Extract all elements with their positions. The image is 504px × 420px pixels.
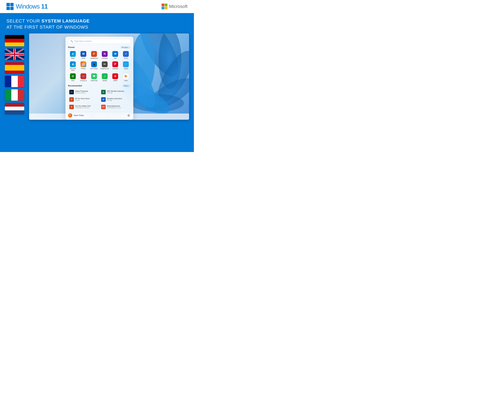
app-snipping[interactable]: ✂ Snipping Tool — [100, 61, 109, 72]
more-button[interactable]: More › — [122, 84, 131, 87]
among-icon: 👾 — [80, 73, 86, 79]
among-label: Among Us — [80, 80, 87, 81]
app-netflix[interactable]: N Netflix — [111, 73, 120, 82]
pinned-section-header: Pinned All apps › — [68, 46, 131, 49]
pinterest-icon: P — [112, 61, 118, 67]
word-label: Word — [82, 58, 85, 59]
flag-french[interactable] — [5, 76, 24, 87]
user-name: Taylor Philips — [73, 114, 84, 116]
headline-line1: SELECT YOUR SYSTEM LANGUAGE — [6, 18, 187, 24]
app-whatsapp[interactable]: 💬 WhatsApp — [89, 73, 99, 82]
app-onenote[interactable]: N OneNote — [100, 50, 109, 60]
windows-title: Windows 11 — [16, 3, 48, 10]
phone-icon: 📱 — [91, 61, 97, 67]
edge-icon: e — [70, 51, 76, 57]
flag-spanish[interactable] — [5, 62, 24, 73]
zerowaste-name: The Zero-Waste Chef — [75, 105, 91, 107]
rental-time: Yesterday at 1:15 PM — [107, 107, 121, 109]
user-info[interactable]: T Taylor Philips — [68, 113, 84, 118]
snipping-icon: ✂ — [102, 61, 108, 67]
power-icon: ⏻ — [127, 114, 130, 117]
mail-label: Mail — [114, 58, 117, 59]
snipping-label: Snipping Tool — [100, 68, 109, 70]
microsoft-logo-icon — [162, 4, 168, 9]
rec-rental[interactable]: PDF Rental Agreement Yesterday at 1:15 P… — [100, 104, 131, 110]
app-word[interactable]: W Word — [79, 50, 88, 60]
flag-german[interactable] — [5, 35, 24, 46]
expenses-time: 17m ago — [107, 92, 124, 94]
xbox-icon: ⊙ — [70, 73, 76, 79]
zerowaste-time: Yesterday at 4:24 PM — [75, 107, 91, 109]
xbox-label: Xbox — [71, 80, 75, 81]
flag-uk[interactable] — [5, 49, 24, 60]
microsoft-logo-area: Microsoft — [162, 4, 187, 9]
donation-name: Donation Instructions — [107, 98, 122, 100]
windows-background: 🔍 Type here to search Pinned All apps › — [29, 33, 189, 120]
powerpoint-icon: P — [91, 51, 97, 57]
msstore-label: Microsoft Store — [68, 68, 78, 71]
app-xbox[interactable]: ⊙ Xbox — [68, 73, 78, 82]
pinterest-label: Pinterest — [113, 68, 118, 70]
app-powerpoint[interactable]: P PowerPoint — [89, 50, 99, 60]
rec-diy[interactable]: P DIY for Home Decor 2h ago — [68, 96, 99, 103]
windows-logo-area: Windows 11 — [6, 3, 48, 10]
search-icon: 🔍 — [71, 40, 73, 42]
diy-name: DIY for Home Decor — [75, 98, 90, 100]
search-placeholder-text: Type here to search — [74, 40, 91, 42]
recommended-section: Recommended More › Ps Adobe Photoshop — [68, 84, 131, 110]
zerowaste-icon: P — [69, 105, 74, 109]
headline-line2: AT THE FIRST START OF WINDOWS — [6, 24, 187, 30]
power-button[interactable]: ⏻ — [126, 113, 131, 118]
paint-label: Paint — [124, 80, 128, 81]
photos-icon: 🌸 — [80, 61, 86, 67]
app-edge[interactable]: e Edge — [68, 50, 78, 60]
app-photos[interactable]: 🌸 Photos — [79, 61, 88, 72]
rec-photoshop[interactable]: Ps Adobe Photoshop Recently added — [68, 89, 99, 95]
onenote-label: OneNote — [102, 58, 108, 59]
recommended-grid: Ps Adobe Photoshop Recently added X 2021… — [68, 89, 131, 110]
rental-name: Rental Agreement — [107, 105, 121, 107]
rec-donation[interactable]: W Donation Instructions 12h ago — [100, 96, 131, 103]
user-row: T Taylor Philips ⏻ — [68, 112, 131, 118]
whatsapp-icon: 💬 — [91, 73, 97, 79]
donation-icon: W — [101, 97, 106, 102]
flag-italian[interactable] — [5, 89, 24, 101]
all-apps-button[interactable]: All apps › — [120, 46, 131, 49]
windows-logo-icon — [6, 3, 14, 10]
whatsapp-label: WhatsApp — [91, 80, 97, 81]
flags-column — [5, 35, 24, 114]
msstore-icon: ⊞ — [70, 61, 76, 67]
rec-expenses[interactable]: X 2021 Monthly Expenses 17m ago — [100, 89, 131, 95]
app-mail[interactable]: ✉ Mail — [111, 50, 120, 60]
app-paint[interactable]: 🎨 Paint — [121, 73, 131, 82]
app-pinterest[interactable]: P Pinterest — [111, 61, 120, 72]
app-twitter[interactable]: 🐦 Twitter — [121, 61, 131, 72]
search-bar[interactable]: 🔍 Type here to search — [68, 39, 131, 44]
spotify-label: Spotify — [102, 80, 107, 81]
rec-zerowaste[interactable]: P The Zero-Waste Chef Yesterday at 4:24 … — [68, 104, 99, 110]
phone-label: Your Phone — [90, 68, 98, 70]
diy-time: 2h ago — [75, 100, 90, 101]
photoshop-icon: Ps — [69, 90, 74, 94]
start-menu: 🔍 Type here to search Pinned All apps › — [66, 37, 133, 120]
chevron-right-icon: › — [128, 46, 129, 48]
paint-icon: 🎨 — [123, 73, 129, 79]
windows-screenshot: 🔍 Type here to search Pinned All apps › — [29, 33, 189, 120]
app-among[interactable]: 👾 Among Us — [79, 73, 88, 82]
app-spotify[interactable]: ♫ Spotify — [100, 73, 109, 82]
content-row: 🔍 Type here to search Pinned All apps › — [0, 33, 194, 152]
edge-label: Edge — [71, 58, 74, 59]
app-msstore[interactable]: ⊞ Microsoft Store — [68, 61, 78, 72]
photoshop-time: Recently added — [75, 92, 88, 94]
flag-netherlands[interactable] — [5, 103, 24, 114]
app-todo[interactable]: ✓ To Do — [121, 50, 131, 60]
user-avatar: T — [68, 113, 72, 118]
pinned-apps-grid: e Edge W Word P PowerPoint N — [68, 50, 131, 82]
rental-icon: PDF — [101, 105, 106, 109]
photos-label: Photos — [81, 68, 86, 70]
expenses-icon: X — [101, 90, 106, 94]
twitter-icon: 🐦 — [123, 61, 129, 67]
mail-icon: ✉ — [112, 51, 118, 57]
app-phone[interactable]: 📱 Your Phone — [89, 61, 99, 72]
pinned-label: Pinned — [68, 46, 74, 48]
